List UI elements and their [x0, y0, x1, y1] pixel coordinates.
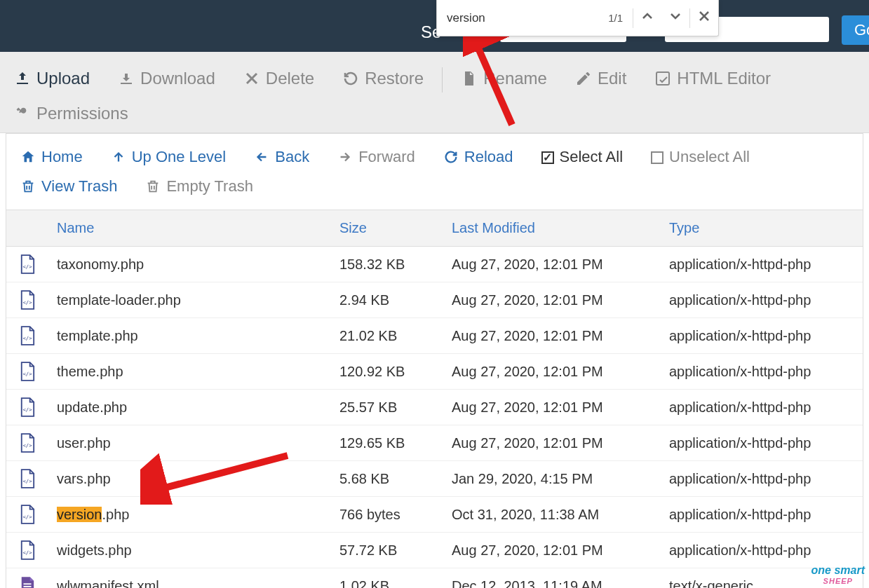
go-button[interactable]: Go [842, 15, 869, 45]
table-row[interactable]: user.php129.65 KBAug 27, 2020, 12:01 PMa… [6, 425, 863, 461]
view-trash-button[interactable]: View Trash [6, 172, 131, 201]
restore-button[interactable]: Restore [328, 63, 438, 94]
file-name: version.php [48, 507, 339, 523]
file-modified: Dec 12, 2013, 11:19 AM [452, 578, 669, 589]
html-editor-label: HTML Editor [677, 69, 771, 88]
chevron-up-icon [639, 8, 656, 28]
file-size: 158.32 KB [339, 257, 452, 273]
delete-button[interactable]: Delete [229, 63, 328, 94]
home-button[interactable]: Home [6, 142, 97, 172]
close-icon [696, 8, 713, 28]
file-name: wlwmanifest.xml [48, 578, 339, 589]
table-row[interactable]: theme.php120.92 KBAug 27, 2020, 12:01 PM… [6, 354, 863, 390]
edit-label: Edit [598, 69, 626, 88]
select-all-label: Select All [560, 148, 624, 166]
col-name[interactable]: Name [48, 220, 339, 236]
file-modified: Aug 27, 2020, 12:01 PM [452, 542, 669, 559]
permissions-label: Permissions [36, 104, 128, 123]
delete-label: Delete [266, 69, 314, 88]
find-input[interactable] [437, 0, 608, 36]
file-modified: Aug 27, 2020, 12:01 PM [452, 399, 669, 416]
find-close-button[interactable] [690, 0, 718, 36]
table-row[interactable]: taxonomy.php158.32 KBAug 27, 2020, 12:01… [6, 247, 863, 282]
file-type: application/x-httpd-php [669, 328, 863, 344]
find-in-page-bar: 1/1 [436, 0, 719, 36]
upload-button[interactable]: Upload [0, 63, 104, 94]
back-button[interactable]: Back [240, 142, 323, 172]
view-trash-label: View Trash [41, 177, 117, 196]
table-body: taxonomy.php158.32 KBAug 27, 2020, 12:01… [6, 247, 863, 588]
col-type[interactable]: Type [669, 220, 863, 236]
key-icon [14, 105, 31, 122]
watermark-line2: SHEEP [811, 577, 865, 585]
up-one-level-button[interactable]: Up One Level [97, 142, 241, 172]
reload-label: Reload [464, 148, 513, 166]
php-file-icon [6, 397, 48, 417]
reload-button[interactable]: Reload [429, 142, 527, 172]
select-all-button[interactable]: Select All [527, 142, 638, 172]
file-name: taxonomy.php [48, 257, 339, 273]
table-row[interactable]: template-loader.php2.94 KBAug 27, 2020, … [6, 282, 863, 318]
file-table: Name Size Last Modified Type taxonomy.ph… [6, 210, 863, 588]
empty-trash-label: Empty Trash [166, 177, 252, 196]
table-header: Name Size Last Modified Type [6, 210, 863, 247]
edit-button[interactable]: Edit [561, 63, 640, 94]
empty-trash-button[interactable]: Empty Trash [131, 172, 267, 201]
table-row[interactable]: wlwmanifest.xml1.02 KBDec 12, 2013, 11:1… [6, 568, 863, 588]
table-row[interactable]: vars.php5.68 KBJan 29, 2020, 4:15 PMappl… [6, 461, 863, 497]
php-file-icon [6, 254, 48, 274]
table-row[interactable]: update.php25.57 KBAug 27, 2020, 12:01 PM… [6, 390, 863, 425]
html-editor-button[interactable]: HTML Editor [640, 63, 785, 94]
download-icon [118, 70, 135, 87]
file-name: theme.php [48, 364, 339, 380]
file-name: template-loader.php [48, 292, 339, 308]
find-next-button[interactable] [661, 0, 689, 36]
upload-icon [14, 70, 31, 87]
php-file-icon [6, 362, 48, 381]
col-size[interactable]: Size [339, 220, 452, 236]
file-size: 1.02 KB [339, 578, 452, 589]
table-row[interactable]: widgets.php57.72 KBAug 27, 2020, 12:01 P… [6, 533, 863, 568]
trash-icon [145, 179, 161, 194]
rename-label: Rename [483, 69, 547, 88]
php-file-icon [6, 540, 48, 560]
table-row[interactable]: version.php766 bytesOct 31, 2020, 11:38 … [6, 497, 863, 533]
home-icon [20, 149, 36, 165]
watermark-line1: one smart [811, 564, 865, 576]
file-size: 129.65 KB [339, 435, 452, 451]
upload-label: Upload [36, 69, 90, 88]
col-modified[interactable]: Last Modified [452, 220, 669, 236]
home-label: Home [41, 148, 83, 166]
checkbox-empty-icon [651, 151, 663, 164]
file-icon [461, 70, 478, 87]
file-name: update.php [48, 399, 339, 416]
file-type: application/x-httpd-php [669, 507, 863, 523]
arrow-left-icon [254, 149, 269, 165]
permissions-button[interactable]: Permissions [0, 98, 142, 129]
rename-button[interactable]: Rename [447, 63, 561, 94]
file-type: application/x-httpd-php [669, 257, 863, 273]
back-label: Back [275, 148, 309, 166]
edit-square-icon [654, 70, 671, 87]
delete-icon [243, 70, 260, 87]
find-prev-button[interactable] [633, 0, 661, 36]
table-row[interactable]: template.php21.02 KBAug 27, 2020, 12:01 … [6, 318, 863, 354]
trash-icon [20, 179, 36, 194]
file-modified: Aug 27, 2020, 12:01 PM [452, 328, 669, 344]
file-type: application/x-httpd-php [669, 435, 863, 451]
forward-label: Forward [358, 148, 415, 166]
col-icon [6, 220, 48, 236]
file-size: 120.92 KB [339, 364, 452, 380]
watermark: one smart SHEEP [811, 564, 865, 585]
arrow-right-icon [337, 149, 353, 165]
file-size: 766 bytes [339, 507, 452, 523]
file-modified: Aug 27, 2020, 12:01 PM [452, 364, 669, 380]
unselect-all-button[interactable]: Unselect All [637, 142, 764, 172]
reload-icon [443, 149, 459, 165]
up-label: Up One Level [132, 148, 227, 166]
forward-button[interactable]: Forward [323, 142, 429, 172]
download-button[interactable]: Download [104, 63, 229, 94]
checkbox-checked-icon [541, 151, 554, 164]
divider [442, 67, 443, 93]
unselect-all-label: Unselect All [669, 148, 750, 166]
